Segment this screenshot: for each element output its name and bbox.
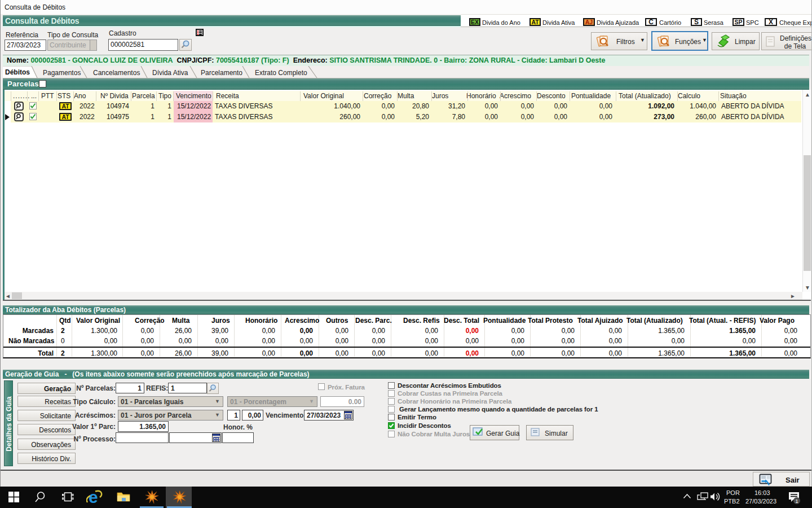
- svg-text:1: 1: [795, 498, 798, 504]
